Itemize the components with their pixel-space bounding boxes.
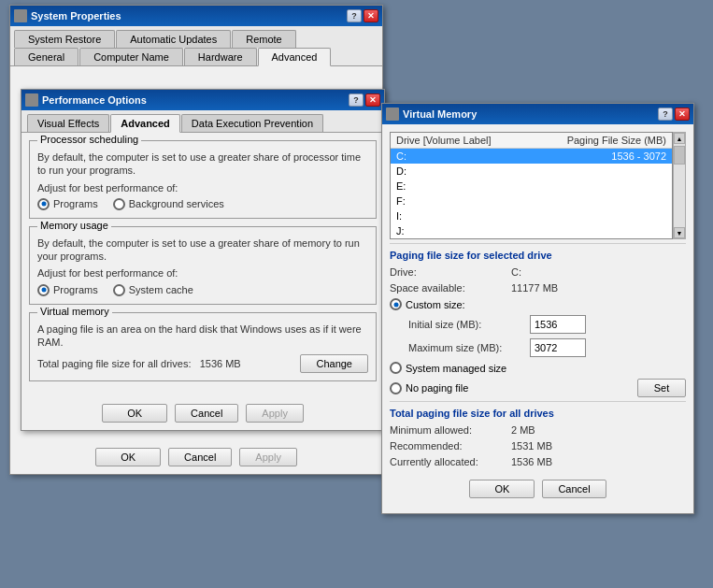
tab-automatic-updates[interactable]: Automatic Updates [116, 30, 231, 48]
performance-options-window: Performance Options ? ✕ Visual Effects A… [21, 89, 385, 431]
processor-programs-option[interactable]: Programs [37, 198, 98, 210]
tab-dep[interactable]: Data Execution Prevention [181, 114, 323, 132]
memory-programs-radio[interactable] [37, 284, 50, 296]
no-paging-radio[interactable] [390, 382, 402, 394]
drive-header-right: Paging File Size (MB) [567, 135, 666, 146]
drive-c-size: 1536 - 3072 [611, 151, 666, 162]
initial-size-input[interactable] [530, 315, 586, 334]
custom-size-radio[interactable] [390, 298, 402, 310]
vm-window-title: Virtual Memory [403, 108, 477, 120]
recommended-label: Recommended: [390, 440, 511, 452]
drive-item-e[interactable]: E: [391, 179, 672, 194]
vm-icon [386, 108, 399, 121]
memory-radio-row: Programs System cache [37, 284, 368, 296]
max-size-input[interactable] [530, 338, 586, 357]
perf-icon [25, 93, 38, 107]
total-paging-section: Total paging file size for all drives Mi… [390, 401, 686, 467]
vm-tb-buttons: ? ✕ [658, 108, 690, 121]
scroll-thumb[interactable] [674, 146, 685, 165]
drive-f-letter: F: [396, 195, 406, 207]
perf-button-row: OK Cancel Apply [21, 396, 384, 430]
processor-programs-radio[interactable] [37, 198, 50, 210]
perf-cancel-button[interactable]: Cancel [175, 404, 238, 423]
vm-cancel-button[interactable]: Cancel [542, 480, 606, 498]
max-size-row: Maximum size (MB): [408, 338, 686, 357]
space-row: Space available: 11177 MB [390, 282, 686, 294]
help-button[interactable]: ? [347, 9, 362, 22]
memory-programs-option[interactable]: Programs [37, 284, 98, 296]
memory-usage-content: By default, the computer is set to use a… [37, 237, 368, 296]
perf-help-button[interactable]: ? [349, 93, 364, 107]
memory-usage-group: Memory usage By default, the computer is… [29, 226, 377, 305]
vm-total-row: Total paging file size for all drives: 1… [37, 358, 241, 369]
drive-item-i[interactable]: I: [391, 208, 672, 223]
set-button[interactable]: Set [637, 379, 686, 397]
tabs-row2: General Computer Name Hardware Advanced [14, 48, 378, 65]
tab-computer-name[interactable]: Computer Name [79, 48, 183, 65]
vm-close-button[interactable]: ✕ [675, 108, 690, 121]
vm-desc: A paging file is an area on the hard dis… [37, 323, 368, 350]
drive-list-scrollbar[interactable]: ▲ ▼ [673, 132, 686, 239]
processor-scheduling-group: Processor scheduling By default, the com… [29, 140, 377, 219]
drive-item-d[interactable]: D: [391, 164, 672, 179]
perf-content: Processor scheduling By default, the com… [21, 133, 384, 396]
no-paging-row: No paging file Set [390, 379, 686, 397]
system-properties-title-bar: System Properties ? ✕ [10, 6, 382, 26]
window-icon [14, 9, 27, 22]
memory-cache-label: System cache [129, 284, 193, 295]
tab-advanced-perf[interactable]: Advanced [110, 114, 180, 133]
drive-j-letter: J: [396, 225, 405, 237]
tab-system-restore[interactable]: System Restore [14, 30, 115, 48]
processor-bg-radio[interactable] [113, 198, 125, 210]
recommended-row: Recommended: 1531 MB [390, 440, 686, 452]
virtual-memory-title: Virtual memory [37, 306, 112, 317]
processor-adjust-label: Adjust for best performance of: [37, 181, 368, 194]
tab-visual-effects[interactable]: Visual Effects [27, 114, 109, 132]
apply-button[interactable]: Apply [239, 448, 297, 466]
perf-tb-buttons: ? ✕ [349, 93, 380, 107]
vm-change-button[interactable]: Change [300, 354, 368, 373]
close-button[interactable]: ✕ [364, 9, 378, 22]
no-paging-option[interactable]: No paging file [390, 382, 468, 394]
cancel-button[interactable]: Cancel [168, 448, 232, 466]
processor-scheduling-title: Processor scheduling [37, 134, 141, 145]
perf-window-title: Performance Options [42, 94, 147, 106]
currently-label: Currently allocated: [390, 456, 511, 467]
currently-value: 1536 MB [511, 456, 552, 467]
initial-size-row: Initial size (MB): [408, 315, 686, 334]
drive-item-j[interactable]: J: [391, 223, 672, 238]
min-allowed-value: 2 MB [511, 424, 535, 436]
perf-ok-button[interactable]: OK [102, 404, 167, 423]
drive-list-container: Drive [Volume Label] Paging File Size (M… [390, 132, 686, 239]
scroll-down-arrow[interactable]: ▼ [674, 227, 685, 238]
vm-ok-button[interactable]: OK [469, 480, 535, 498]
no-paging-label: No paging file [406, 382, 468, 394]
vm-help-button[interactable]: ? [658, 108, 673, 121]
processor-bg-option[interactable]: Background services [113, 198, 224, 210]
system-managed-row[interactable]: System managed size [390, 362, 686, 374]
drive-list: Drive [Volume Label] Paging File Size (M… [390, 132, 673, 239]
perf-close-button[interactable]: ✕ [365, 93, 380, 107]
title-bar-text: System Properties [14, 9, 121, 22]
ok-button[interactable]: OK [95, 448, 161, 466]
space-value: 11177 MB [511, 282, 558, 294]
memory-cache-option[interactable]: System cache [113, 284, 193, 296]
tab-hardware[interactable]: Hardware [184, 48, 257, 65]
vm-total-value: 1536 MB [200, 358, 241, 369]
tab-advanced[interactable]: Advanced [258, 48, 332, 66]
paging-file-section: Paging file size for selected drive Driv… [390, 243, 686, 397]
paging-section-title: Paging file size for selected drive [390, 250, 686, 261]
custom-size-row[interactable]: Custom size: [390, 298, 686, 310]
tab-remote[interactable]: Remote [232, 30, 296, 48]
scroll-up-arrow[interactable]: ▲ [674, 133, 685, 144]
perf-apply-button[interactable]: Apply [246, 404, 304, 423]
virtual-memory-content: A paging file is an area on the hard dis… [37, 323, 368, 374]
system-managed-radio[interactable] [390, 362, 402, 374]
memory-adjust-label: Adjust for best performance of: [37, 266, 368, 280]
drive-item-f[interactable]: F: [391, 194, 672, 208]
drive-item-c[interactable]: C: 1536 - 3072 [391, 149, 672, 164]
tab-general[interactable]: General [14, 48, 78, 65]
max-size-label: Maximum size (MB): [408, 342, 530, 353]
processor-bg-label: Background services [129, 198, 224, 209]
memory-cache-radio[interactable] [113, 284, 125, 296]
